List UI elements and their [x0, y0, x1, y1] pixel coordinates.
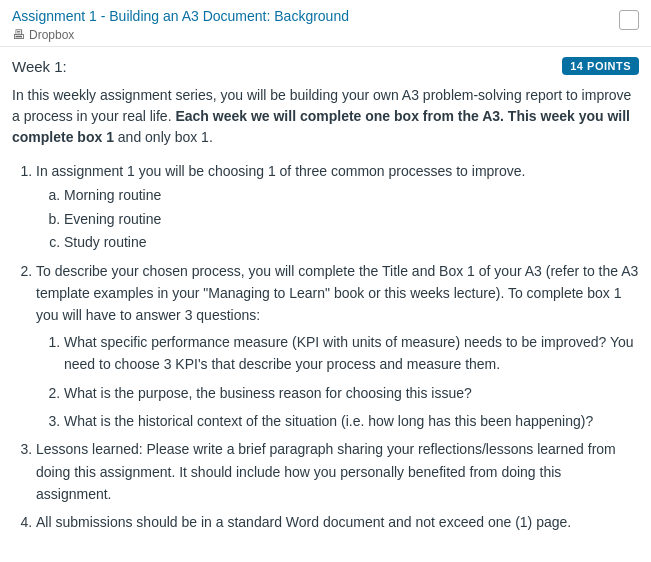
list-item-4: All submissions should be in a standard … — [36, 511, 639, 533]
dropbox-row: 🖶 Dropbox — [12, 27, 349, 42]
list-item-3: Lessons learned: Please write a brief pa… — [36, 438, 639, 505]
week-row: Week 1: 14 POINTS — [12, 57, 639, 75]
sub-item-2a: What specific performance measure (KPI w… — [64, 334, 634, 372]
list-item-4-text: All submissions should be in a standard … — [36, 514, 571, 530]
header-left: Assignment 1 - Building an A3 Document: … — [12, 8, 349, 42]
sub-item-1b: Evening routine — [64, 211, 161, 227]
main-content: Week 1: 14 POINTS In this weekly assignm… — [0, 47, 651, 556]
list-item-2: To describe your chosen process, you wil… — [36, 260, 639, 433]
list-item: What is the historical context of the si… — [64, 410, 639, 432]
intro-part3: and only box 1. — [114, 129, 213, 145]
dropbox-icon: 🖶 — [12, 27, 25, 42]
main-ordered-list: In assignment 1 you will be choosing 1 o… — [12, 160, 639, 534]
list-item: Study routine — [64, 231, 639, 253]
sub-item-1a: Morning routine — [64, 187, 161, 203]
sub-list-alpha-1: Morning routine Evening routine Study ro… — [36, 184, 639, 253]
dropbox-label: Dropbox — [29, 28, 74, 42]
list-item: What specific performance measure (KPI w… — [64, 331, 639, 376]
sub-list-decimal-2: What specific performance measure (KPI w… — [36, 331, 639, 433]
sub-item-2c: What is the historical context of the si… — [64, 413, 593, 429]
week-label: Week 1: — [12, 58, 67, 75]
list-item-1: In assignment 1 you will be choosing 1 o… — [36, 160, 639, 254]
list-item-3-text: Lessons learned: Please write a brief pa… — [36, 441, 616, 502]
list-item: Morning routine — [64, 184, 639, 206]
assignment-title[interactable]: Assignment 1 - Building an A3 Document: … — [12, 8, 349, 24]
list-item-2-text: To describe your chosen process, you wil… — [36, 263, 638, 324]
list-item-1-text: In assignment 1 you will be choosing 1 o… — [36, 163, 525, 179]
sub-item-2b: What is the purpose, the business reason… — [64, 385, 472, 401]
points-badge: 14 POINTS — [562, 57, 639, 75]
sub-item-1c: Study routine — [64, 234, 147, 250]
intro-paragraph: In this weekly assignment series, you wi… — [12, 85, 639, 148]
list-item: What is the purpose, the business reason… — [64, 382, 639, 404]
list-item: Evening routine — [64, 208, 639, 230]
completion-checkbox[interactable] — [619, 10, 639, 30]
assignment-header: Assignment 1 - Building an A3 Document: … — [0, 0, 651, 47]
